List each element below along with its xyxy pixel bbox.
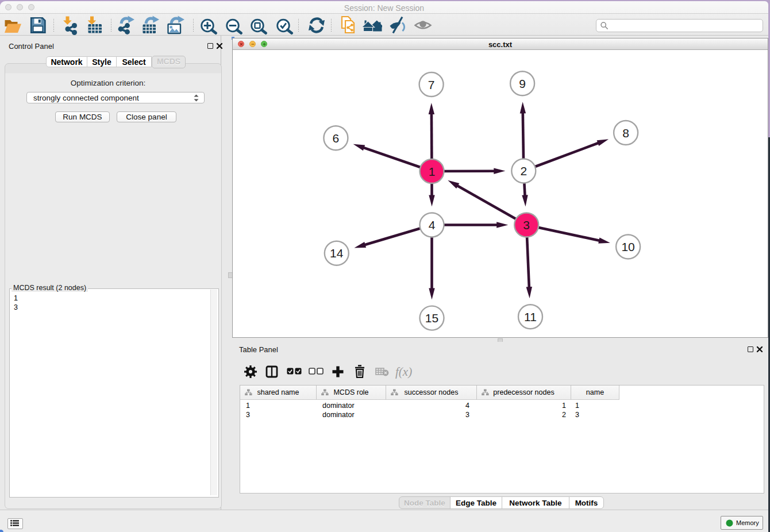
svg-text:11: 11 [524, 310, 537, 323]
svg-text:15: 15 [425, 311, 438, 325]
svg-text:9: 9 [519, 77, 526, 90]
svg-text:4: 4 [429, 218, 436, 232]
svg-text:2: 2 [520, 164, 527, 178]
svg-text:7: 7 [428, 78, 435, 91]
svg-text:6: 6 [333, 132, 340, 145]
svg-text:1: 1 [429, 165, 436, 178]
svg-text:3: 3 [523, 218, 530, 232]
svg-text:10: 10 [621, 240, 634, 253]
svg-text:14: 14 [330, 246, 344, 260]
svg-text:8: 8 [622, 126, 629, 140]
